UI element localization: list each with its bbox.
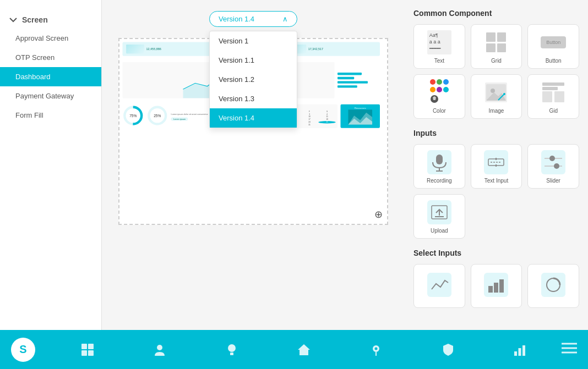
version-option-1-3[interactable]: Version 1.3 (210, 89, 297, 108)
gauge-1: 75% (123, 105, 144, 128)
paint-icon (430, 95, 439, 103)
select-inputs-grid (413, 264, 579, 308)
nav-location-icon[interactable] (363, 343, 389, 357)
expand-icon[interactable]: ⊕ (374, 208, 383, 221)
sidebar-item-approval[interactable]: Approval Screen (0, 29, 101, 48)
nav-user-icon[interactable] (147, 343, 172, 357)
main-area: Version 1.4 ∧ Version 1 Version 1.1 Vers… (102, 0, 405, 330)
upload-icon (426, 199, 453, 225)
gauge-2-svg: 25% (147, 105, 168, 126)
avatar-letter: S (19, 343, 26, 356)
component-slider[interactable]: Slider (527, 144, 579, 189)
gauge-1-svg: 75% (123, 105, 144, 126)
nav-bulb-icon[interactable] (219, 343, 244, 357)
svg-rect-43 (81, 350, 87, 356)
image-icon (483, 79, 509, 106)
component-recording-label: Recording (427, 178, 452, 184)
mini-chart-1 (126, 45, 144, 54)
bar-row-2 (337, 77, 380, 79)
bar-4 (337, 85, 357, 87)
component-text[interactable]: Aa¶a a a━━━━ Text (413, 24, 465, 69)
svg-point-29 (554, 163, 559, 169)
button-icon: Button (540, 29, 567, 56)
slider-svg (541, 150, 565, 174)
component-text-input[interactable]: Text Input (471, 144, 522, 189)
version-selected-label: Version 1.4 (219, 15, 254, 23)
component-gid-label: Gid (549, 108, 558, 114)
version-option-1-2[interactable]: Version 1.2 (210, 70, 297, 89)
stat-1-value: 12,455,886 (146, 47, 161, 51)
select-svg-2 (484, 273, 508, 297)
text-input-icon (483, 149, 509, 175)
select-svg-1 (427, 273, 451, 297)
bar-1 (337, 73, 362, 75)
version-option-1[interactable]: Version 1 (210, 31, 297, 51)
common-component-title: Common Component (413, 9, 579, 18)
component-gid[interactable]: Gid (527, 74, 579, 119)
component-upload-label: Upload (431, 228, 448, 234)
gauges-area: 75% 25% Lorem ipsum dolor sit amet conse… (123, 104, 208, 128)
select-svg-3 (541, 273, 565, 297)
svg-point-12 (491, 89, 495, 93)
svg-point-15 (503, 93, 505, 95)
sidebar-item-dashboard[interactable]: Dashboard (0, 67, 101, 86)
nav-home-icon[interactable] (291, 343, 317, 357)
svg-point-45 (157, 345, 162, 350)
sidebar-item-otp[interactable]: OTP Screen (0, 48, 101, 67)
component-text-label: Text (434, 58, 444, 64)
resources-content: Resources (348, 107, 372, 126)
nav-shield-icon[interactable] (435, 343, 461, 357)
upload-svg (427, 200, 451, 224)
slider-icon (540, 149, 567, 175)
svg-rect-17 (436, 155, 443, 164)
right-panel: Common Component Aa¶a a a━━━━ Text Grid (405, 0, 588, 330)
svg-rect-42 (88, 344, 94, 349)
bar-chart (337, 62, 380, 98)
component-slider-label: Slider (546, 178, 560, 184)
svg-rect-54 (522, 345, 525, 356)
gid-icon (540, 79, 567, 106)
sidebar-section-text: Screen (22, 15, 48, 24)
version-dropdown[interactable]: Version 1.4 ∧ Version 1 Version 1.1 Vers… (209, 11, 297, 27)
sidebar-item-formfill[interactable]: Form Fill (0, 106, 101, 125)
version-dropdown-trigger[interactable]: Version 1.4 ∧ (209, 11, 297, 27)
menu-icon[interactable] (556, 343, 577, 357)
version-dropdown-menu: Version 1 Version 1.1 Version 1.2 Versio… (209, 31, 297, 128)
component-image-label: Image (489, 108, 504, 114)
text-input-svg (484, 150, 508, 174)
component-image[interactable]: Image (471, 74, 522, 119)
svg-rect-52 (514, 351, 517, 356)
svg-rect-25 (541, 150, 565, 174)
stat-2-value: 17,342,517 (308, 47, 324, 51)
component-recording[interactable]: Recording (413, 144, 465, 189)
nav-chart-icon[interactable] (507, 343, 532, 357)
select-item-2[interactable] (471, 264, 522, 308)
svg-point-46 (228, 344, 236, 352)
svg-rect-37 (494, 283, 498, 293)
select-item-1[interactable] (413, 264, 465, 308)
bar-row-3 (337, 81, 380, 83)
stat-1: 12,455,886 (123, 42, 218, 56)
grid-icon (483, 29, 509, 56)
component-grid[interactable]: Grid (471, 24, 522, 69)
svg-point-51 (374, 347, 377, 350)
svg-rect-39 (541, 273, 565, 297)
component-button[interactable]: Button Button (527, 24, 579, 69)
svg-marker-49 (298, 344, 310, 355)
text-icon: Aa¶a a a━━━━ (426, 29, 453, 56)
inputs-section-title: Inputs (413, 129, 579, 137)
recording-icon (426, 149, 453, 175)
resources-panel: Resources (341, 104, 380, 128)
svg-rect-38 (499, 279, 504, 293)
sidebar: Screen Approval Screen OTP Screen Dashbo… (0, 0, 102, 330)
sidebar-section-label: Screen (0, 11, 101, 29)
wand-icon (497, 92, 506, 101)
stat-2: 17,342,517 (285, 42, 380, 56)
sidebar-item-payment[interactable]: Payment Gateway (0, 86, 101, 106)
select-item-3[interactable] (527, 264, 579, 308)
version-option-1-1[interactable]: Version 1.1 (210, 51, 297, 70)
component-upload[interactable]: Upload (413, 194, 465, 239)
component-color[interactable]: Color (413, 74, 465, 119)
nav-dashboard-icon[interactable] (75, 343, 100, 357)
version-option-1-4[interactable]: Version 1.4 (210, 108, 297, 128)
